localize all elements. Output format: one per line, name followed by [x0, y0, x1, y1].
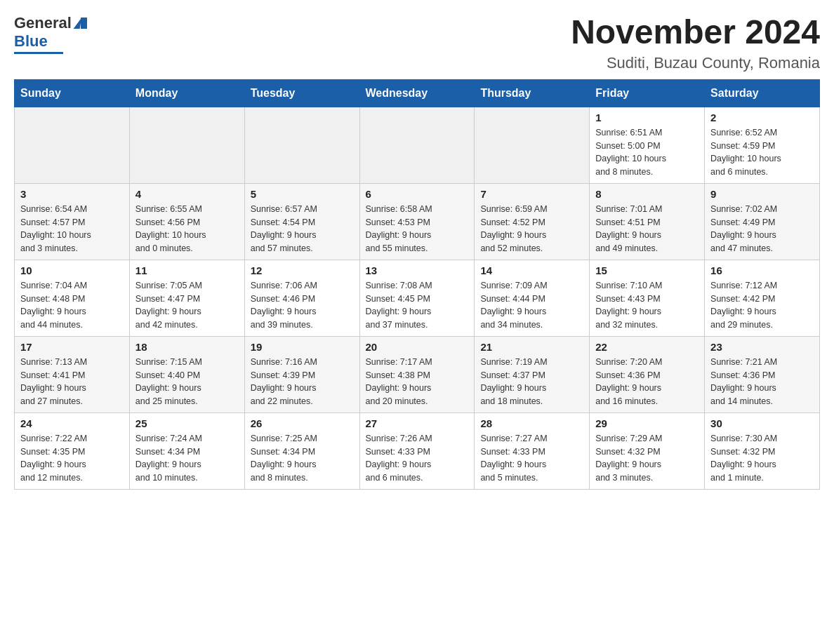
- day-number: 4: [135, 188, 239, 200]
- calendar-cell: 18Sunrise: 7:15 AM Sunset: 4:40 PM Dayli…: [129, 336, 244, 412]
- day-info: Sunrise: 7:30 AM Sunset: 4:32 PM Dayligh…: [710, 432, 814, 485]
- calendar-table: SundayMondayTuesdayWednesdayThursdayFrid…: [14, 79, 820, 490]
- calendar-cell: 26Sunrise: 7:25 AM Sunset: 4:34 PM Dayli…: [244, 412, 359, 489]
- day-info: Sunrise: 7:25 AM Sunset: 4:34 PM Dayligh…: [251, 432, 354, 485]
- calendar-cell: [359, 107, 475, 183]
- calendar-cell: 2Sunrise: 6:52 AM Sunset: 4:59 PM Daylig…: [705, 107, 820, 183]
- day-number: 26: [251, 417, 354, 429]
- day-number: 7: [480, 188, 583, 200]
- day-info: Sunrise: 7:10 AM Sunset: 4:43 PM Dayligh…: [595, 279, 699, 332]
- calendar-cell: 20Sunrise: 7:17 AM Sunset: 4:38 PM Dayli…: [359, 336, 475, 412]
- day-info: Sunrise: 7:20 AM Sunset: 4:36 PM Dayligh…: [595, 356, 699, 408]
- calendar-cell: 22Sunrise: 7:20 AM Sunset: 4:36 PM Dayli…: [590, 336, 705, 412]
- calendar-cell: 17Sunrise: 7:13 AM Sunset: 4:41 PM Dayli…: [15, 336, 130, 412]
- day-number: 23: [710, 341, 814, 353]
- day-number: 10: [20, 264, 124, 276]
- calendar-cell: 19Sunrise: 7:16 AM Sunset: 4:39 PM Dayli…: [244, 336, 359, 412]
- calendar-cell: 6Sunrise: 6:58 AM Sunset: 4:53 PM Daylig…: [359, 183, 475, 260]
- day-number: 2: [710, 112, 814, 123]
- day-info: Sunrise: 7:21 AM Sunset: 4:36 PM Dayligh…: [710, 356, 814, 408]
- calendar-cell: 23Sunrise: 7:21 AM Sunset: 4:36 PM Dayli…: [705, 336, 820, 412]
- weekday-header-tuesday: Tuesday: [244, 79, 359, 107]
- calendar-cell: [244, 107, 359, 183]
- day-info: Sunrise: 6:59 AM Sunset: 4:52 PM Dayligh…: [480, 203, 583, 255]
- day-number: 3: [20, 188, 124, 200]
- calendar-cell: 27Sunrise: 7:26 AM Sunset: 4:33 PM Dayli…: [359, 412, 475, 489]
- day-info: Sunrise: 7:24 AM Sunset: 4:34 PM Dayligh…: [135, 432, 239, 485]
- day-number: 11: [135, 264, 239, 276]
- day-info: Sunrise: 7:26 AM Sunset: 4:33 PM Dayligh…: [366, 432, 469, 485]
- day-number: 28: [480, 417, 583, 429]
- calendar-cell: 7Sunrise: 6:59 AM Sunset: 4:52 PM Daylig…: [475, 183, 590, 260]
- day-info: Sunrise: 7:15 AM Sunset: 4:40 PM Dayligh…: [135, 356, 239, 408]
- calendar-cell: 12Sunrise: 7:06 AM Sunset: 4:46 PM Dayli…: [244, 260, 359, 336]
- calendar-cell: [15, 107, 130, 183]
- day-number: 12: [251, 264, 354, 276]
- day-info: Sunrise: 7:05 AM Sunset: 4:47 PM Dayligh…: [135, 279, 239, 332]
- day-info: Sunrise: 7:27 AM Sunset: 4:33 PM Dayligh…: [480, 432, 583, 485]
- logo-blue-text: Blue: [14, 32, 48, 51]
- calendar-cell: 21Sunrise: 7:19 AM Sunset: 4:37 PM Dayli…: [475, 336, 590, 412]
- calendar-cell: 9Sunrise: 7:02 AM Sunset: 4:49 PM Daylig…: [705, 183, 820, 260]
- day-number: 6: [366, 188, 469, 200]
- calendar-week-row: 17Sunrise: 7:13 AM Sunset: 4:41 PM Dayli…: [15, 336, 820, 412]
- calendar-cell: 1Sunrise: 6:51 AM Sunset: 5:00 PM Daylig…: [590, 107, 705, 183]
- day-number: 16: [710, 264, 814, 276]
- day-number: 21: [480, 341, 583, 353]
- weekday-header-friday: Friday: [590, 79, 705, 107]
- weekday-header-wednesday: Wednesday: [359, 79, 475, 107]
- day-number: 27: [366, 417, 469, 429]
- day-info: Sunrise: 6:55 AM Sunset: 4:56 PM Dayligh…: [135, 203, 239, 255]
- day-number: 5: [251, 188, 354, 200]
- day-number: 30: [710, 417, 814, 429]
- day-info: Sunrise: 7:12 AM Sunset: 4:42 PM Dayligh…: [710, 279, 814, 332]
- page-subtitle: Suditi, Buzau County, Romania: [571, 54, 820, 72]
- day-number: 19: [251, 341, 354, 353]
- calendar-cell: 10Sunrise: 7:04 AM Sunset: 4:48 PM Dayli…: [15, 260, 130, 336]
- day-info: Sunrise: 6:51 AM Sunset: 5:00 PM Dayligh…: [595, 126, 699, 179]
- title-area: November 2024 Suditi, Buzau County, Roma…: [571, 14, 820, 72]
- weekday-header-saturday: Saturday: [705, 79, 820, 107]
- calendar-cell: 24Sunrise: 7:22 AM Sunset: 4:35 PM Dayli…: [15, 412, 130, 489]
- day-info: Sunrise: 7:08 AM Sunset: 4:45 PM Dayligh…: [366, 279, 469, 332]
- day-info: Sunrise: 7:29 AM Sunset: 4:32 PM Dayligh…: [595, 432, 699, 485]
- logo: General Blue: [14, 14, 87, 54]
- day-info: Sunrise: 6:54 AM Sunset: 4:57 PM Dayligh…: [20, 203, 124, 255]
- calendar-cell: 28Sunrise: 7:27 AM Sunset: 4:33 PM Dayli…: [475, 412, 590, 489]
- page-title: November 2024: [571, 14, 820, 51]
- calendar-cell: 11Sunrise: 7:05 AM Sunset: 4:47 PM Dayli…: [129, 260, 244, 336]
- calendar-cell: [129, 107, 244, 183]
- calendar-cell: 25Sunrise: 7:24 AM Sunset: 4:34 PM Dayli…: [129, 412, 244, 489]
- calendar-cell: 13Sunrise: 7:08 AM Sunset: 4:45 PM Dayli…: [359, 260, 475, 336]
- logo-underline: [14, 52, 63, 54]
- day-info: Sunrise: 7:13 AM Sunset: 4:41 PM Dayligh…: [20, 356, 124, 408]
- calendar-week-row: 3Sunrise: 6:54 AM Sunset: 4:57 PM Daylig…: [15, 183, 820, 260]
- day-number: 24: [20, 417, 124, 429]
- day-number: 9: [710, 188, 814, 200]
- calendar-cell: 5Sunrise: 6:57 AM Sunset: 4:54 PM Daylig…: [244, 183, 359, 260]
- calendar-cell: 14Sunrise: 7:09 AM Sunset: 4:44 PM Dayli…: [475, 260, 590, 336]
- calendar-week-row: 1Sunrise: 6:51 AM Sunset: 5:00 PM Daylig…: [15, 107, 820, 183]
- calendar-week-row: 24Sunrise: 7:22 AM Sunset: 4:35 PM Dayli…: [15, 412, 820, 489]
- calendar-cell: 4Sunrise: 6:55 AM Sunset: 4:56 PM Daylig…: [129, 183, 244, 260]
- weekday-header-sunday: Sunday: [15, 79, 130, 107]
- day-info: Sunrise: 6:58 AM Sunset: 4:53 PM Dayligh…: [366, 203, 469, 255]
- day-info: Sunrise: 6:52 AM Sunset: 4:59 PM Dayligh…: [710, 126, 814, 179]
- day-number: 25: [135, 417, 239, 429]
- weekday-header-monday: Monday: [129, 79, 244, 107]
- day-info: Sunrise: 6:57 AM Sunset: 4:54 PM Dayligh…: [251, 203, 354, 255]
- calendar-cell: 16Sunrise: 7:12 AM Sunset: 4:42 PM Dayli…: [705, 260, 820, 336]
- day-number: 20: [366, 341, 469, 353]
- page-header: General Blue November 2024 Suditi, Buzau…: [14, 14, 820, 72]
- day-info: Sunrise: 7:06 AM Sunset: 4:46 PM Dayligh…: [251, 279, 354, 332]
- day-info: Sunrise: 7:22 AM Sunset: 4:35 PM Dayligh…: [20, 432, 124, 485]
- calendar-cell: [475, 107, 590, 183]
- day-info: Sunrise: 7:09 AM Sunset: 4:44 PM Dayligh…: [480, 279, 583, 332]
- day-info: Sunrise: 7:19 AM Sunset: 4:37 PM Dayligh…: [480, 356, 583, 408]
- day-number: 17: [20, 341, 124, 353]
- day-number: 14: [480, 264, 583, 276]
- day-info: Sunrise: 7:01 AM Sunset: 4:51 PM Dayligh…: [595, 203, 699, 255]
- day-number: 29: [595, 417, 699, 429]
- calendar-cell: 3Sunrise: 6:54 AM Sunset: 4:57 PM Daylig…: [15, 183, 130, 260]
- day-info: Sunrise: 7:16 AM Sunset: 4:39 PM Dayligh…: [251, 356, 354, 408]
